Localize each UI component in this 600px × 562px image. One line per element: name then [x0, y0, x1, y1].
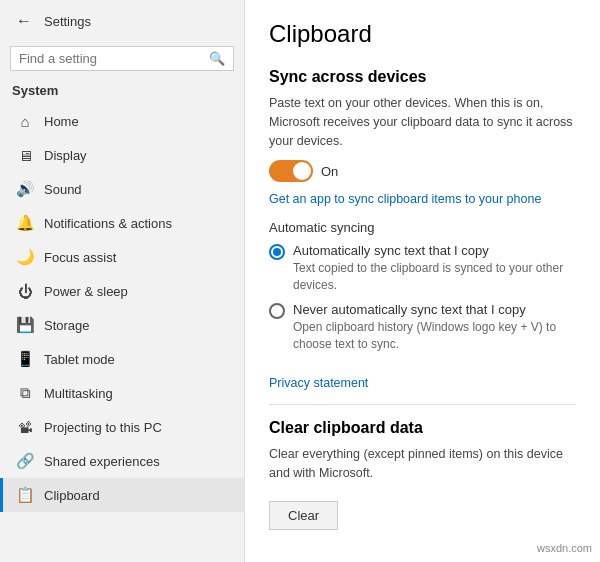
clear-button[interactable]: Clear — [269, 501, 338, 530]
sidebar-item-label-projecting: Projecting to this PC — [44, 420, 162, 435]
sidebar-item-focus[interactable]: 🌙Focus assist — [0, 240, 244, 274]
page-title: Clipboard — [269, 20, 576, 48]
sidebar-item-label-notifications: Notifications & actions — [44, 216, 172, 231]
toggle-knob — [293, 162, 311, 180]
radio-auto-text: Automatically sync text that I copy Text… — [293, 243, 576, 294]
toggle-label: On — [321, 164, 338, 179]
display-icon: 🖥 — [16, 146, 34, 164]
radio-auto-desc: Text copied to the clipboard is synced t… — [293, 260, 576, 294]
sidebar-item-power[interactable]: ⏻Power & sleep — [0, 274, 244, 308]
system-label: System — [0, 79, 244, 104]
sidebar-item-label-tablet: Tablet mode — [44, 352, 115, 367]
projecting-icon: 📽 — [16, 418, 34, 436]
focus-icon: 🌙 — [16, 248, 34, 266]
sync-description: Paste text on your other devices. When t… — [269, 94, 576, 150]
privacy-link[interactable]: Privacy statement — [269, 376, 576, 390]
sidebar-item-projecting[interactable]: 📽Projecting to this PC — [0, 410, 244, 444]
clear-heading: Clear clipboard data — [269, 419, 576, 437]
divider — [269, 404, 576, 405]
tablet-icon: 📱 — [16, 350, 34, 368]
sidebar-item-display[interactable]: 🖥Display — [0, 138, 244, 172]
sidebar-item-label-sound: Sound — [44, 182, 82, 197]
nav-list: ⌂Home🖥Display🔊Sound🔔Notifications & acti… — [0, 104, 244, 512]
sidebar-item-label-clipboard: Clipboard — [44, 488, 100, 503]
radio-auto-circle — [269, 244, 285, 260]
toggle-row: On — [269, 160, 576, 182]
phone-link[interactable]: Get an app to sync clipboard items to yo… — [269, 192, 576, 206]
sidebar-item-label-multitasking: Multitasking — [44, 386, 113, 401]
radio-auto-label: Automatically sync text that I copy — [293, 243, 576, 258]
auto-sync-label: Automatic syncing — [269, 220, 576, 235]
sidebar-item-notifications[interactable]: 🔔Notifications & actions — [0, 206, 244, 240]
sidebar-item-label-shared: Shared experiences — [44, 454, 160, 469]
home-icon: ⌂ — [16, 112, 34, 130]
watermark: wsxdn.com — [537, 542, 592, 554]
search-input[interactable] — [19, 51, 203, 66]
sound-icon: 🔊 — [16, 180, 34, 198]
radio-option-auto[interactable]: Automatically sync text that I copy Text… — [269, 243, 576, 294]
clear-description: Clear everything (except pinned items) o… — [269, 445, 576, 483]
sidebar-item-label-power: Power & sleep — [44, 284, 128, 299]
sidebar-item-home[interactable]: ⌂Home — [0, 104, 244, 138]
sidebar-item-sound[interactable]: 🔊Sound — [0, 172, 244, 206]
back-button[interactable]: ← — [12, 10, 36, 32]
sidebar-item-tablet[interactable]: 📱Tablet mode — [0, 342, 244, 376]
sidebar-item-shared[interactable]: 🔗Shared experiences — [0, 444, 244, 478]
main-content: Clipboard Sync across devices Paste text… — [245, 0, 600, 562]
search-icon: 🔍 — [209, 51, 225, 66]
radio-manual-label: Never automatically sync text that I cop… — [293, 302, 576, 317]
sidebar-item-label-storage: Storage — [44, 318, 90, 333]
search-box[interactable]: 🔍 — [10, 46, 234, 71]
sidebar: ← Settings 🔍 System ⌂Home🖥Display🔊Sound🔔… — [0, 0, 245, 562]
radio-manual-circle — [269, 303, 285, 319]
radio-manual-text: Never automatically sync text that I cop… — [293, 302, 576, 353]
sidebar-item-label-focus: Focus assist — [44, 250, 116, 265]
sync-heading: Sync across devices — [269, 68, 576, 86]
sidebar-item-storage[interactable]: 💾Storage — [0, 308, 244, 342]
sidebar-item-clipboard[interactable]: 📋Clipboard — [0, 478, 244, 512]
sidebar-item-label-home: Home — [44, 114, 79, 129]
radio-manual-desc: Open clipboard history (Windows logo key… — [293, 319, 576, 353]
multitasking-icon: ⧉ — [16, 384, 34, 402]
power-icon: ⏻ — [16, 282, 34, 300]
sidebar-item-multitasking[interactable]: ⧉Multitasking — [0, 376, 244, 410]
sidebar-item-label-display: Display — [44, 148, 87, 163]
sidebar-header: ← Settings — [0, 0, 244, 42]
radio-option-manual[interactable]: Never automatically sync text that I cop… — [269, 302, 576, 353]
storage-icon: 💾 — [16, 316, 34, 334]
clipboard-icon: 📋 — [16, 486, 34, 504]
sync-toggle[interactable] — [269, 160, 313, 182]
shared-icon: 🔗 — [16, 452, 34, 470]
settings-title: Settings — [44, 14, 91, 29]
notifications-icon: 🔔 — [16, 214, 34, 232]
